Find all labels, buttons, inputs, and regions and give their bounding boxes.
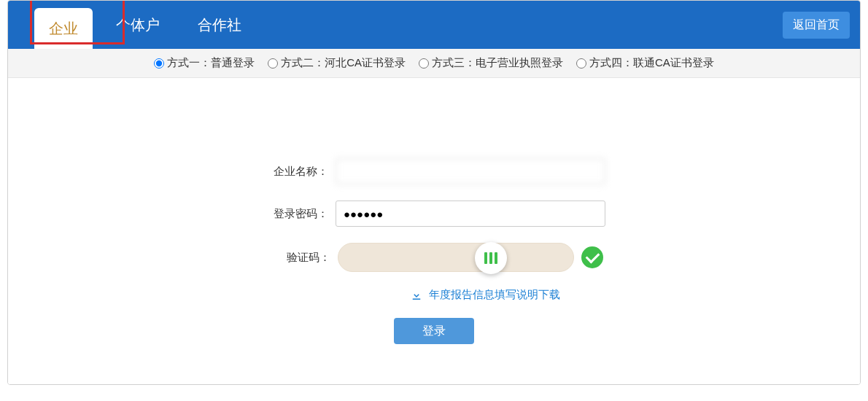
login-method-normal[interactable]: 方式一：普通登录 — [154, 56, 255, 70]
row-password: 登录密码： — [263, 200, 605, 227]
login-form: 企业名称： 登录密码： 验证码： 年度报告信息填写说明下载 — [8, 78, 860, 384]
company-name-label: 企业名称： — [263, 165, 336, 179]
tab-individual[interactable]: 个体户 — [101, 4, 174, 45]
password-label: 登录密码： — [263, 207, 336, 221]
login-method-nav: 方式一：普通登录 方式二：河北CA证书登录 方式三：电子营业执照登录 方式四：联… — [8, 49, 860, 78]
slider-wrap — [338, 243, 603, 272]
login-method-unicom-ca[interactable]: 方式四：联通CA证书登录 — [576, 56, 714, 70]
download-icon — [410, 289, 423, 302]
tab-cooperative[interactable]: 合作社 — [183, 4, 256, 45]
slider-bars-icon — [484, 252, 497, 264]
radio-unicom-ca[interactable] — [576, 58, 586, 69]
row-company-name: 企业名称： — [263, 158, 605, 184]
download-row: 年度报告信息填写说明下载 — [410, 288, 560, 302]
login-method-label: 方式四：联通CA证书登录 — [589, 56, 714, 70]
radio-elicense[interactable] — [419, 58, 429, 69]
radio-hebei-ca[interactable] — [268, 58, 278, 69]
login-method-hebei-ca[interactable]: 方式二：河北CA证书登录 — [268, 56, 406, 70]
download-link[interactable]: 年度报告信息填写说明下载 — [429, 288, 560, 302]
company-name-input[interactable] — [336, 158, 605, 184]
login-method-elicense[interactable]: 方式三：电子营业执照登录 — [419, 56, 563, 70]
login-method-label: 方式一：普通登录 — [167, 56, 255, 70]
row-captcha: 验证码： — [265, 243, 603, 272]
slider-track[interactable] — [338, 243, 574, 272]
slider-handle[interactable] — [475, 242, 507, 274]
captcha-label: 验证码： — [265, 251, 338, 265]
login-button[interactable]: 登录 — [394, 318, 474, 344]
tab-enterprise[interactable]: 企业 — [34, 8, 93, 49]
password-input[interactable] — [336, 200, 605, 227]
login-method-label: 方式三：电子营业执照登录 — [432, 56, 563, 70]
home-button[interactable]: 返回首页 — [783, 12, 850, 39]
tabs: 企业 个体户 合作社 — [8, 1, 265, 49]
radio-normal[interactable] — [154, 58, 164, 69]
check-success-icon — [581, 246, 603, 268]
header-bar: 企业 个体户 合作社 返回首页 — [8, 1, 860, 49]
login-method-label: 方式二：河北CA证书登录 — [281, 56, 406, 70]
